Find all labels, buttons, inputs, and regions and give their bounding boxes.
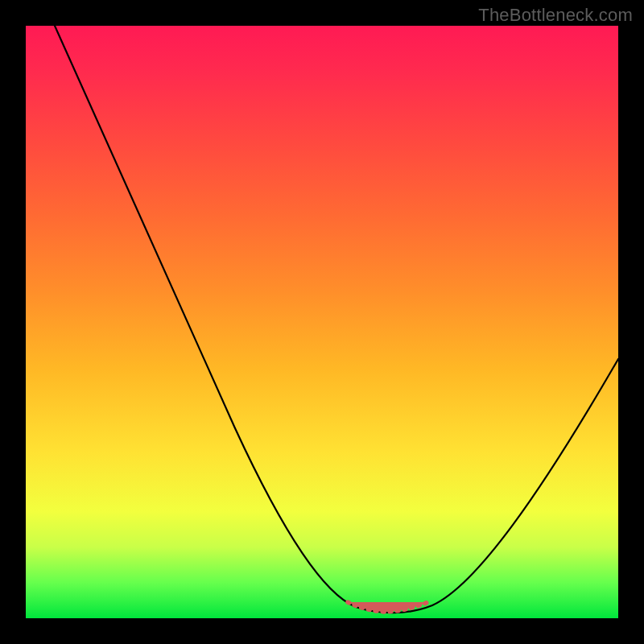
bottleneck-curve (26, 26, 618, 618)
curve-path (55, 26, 618, 613)
plot-gradient-area (26, 26, 618, 618)
chart-frame: TheBottleneck.com (0, 0, 644, 644)
watermark-label: TheBottleneck.com (478, 5, 633, 26)
